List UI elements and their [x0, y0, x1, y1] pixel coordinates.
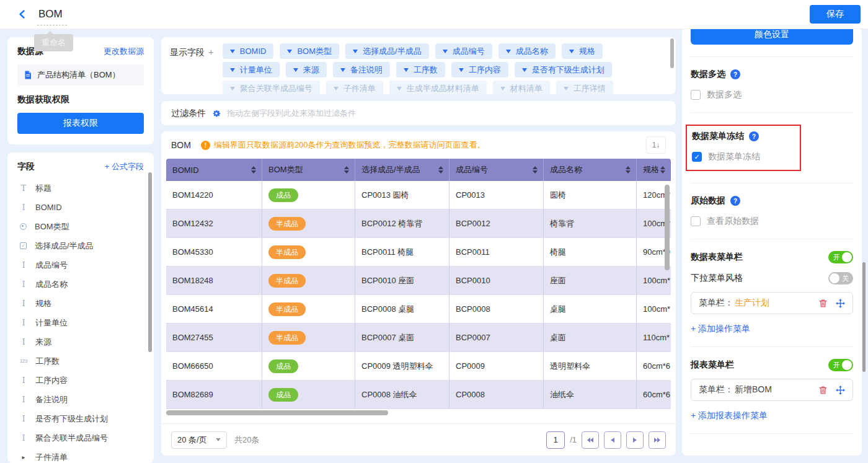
- change-datasource-link[interactable]: 更改数据源: [104, 46, 144, 57]
- move-icon[interactable]: [836, 299, 845, 308]
- table-cell: BOM45614: [166, 295, 262, 324]
- display-field-chip[interactable]: 规格: [562, 43, 603, 59]
- field-item[interactable]: I聚合关联半成品编号: [17, 428, 144, 448]
- menu-item[interactable]: 菜单栏： 生产计划: [691, 292, 853, 314]
- checkbox[interactable]: [691, 216, 701, 226]
- field-item[interactable]: I成品名称: [17, 275, 144, 294]
- delete-icon[interactable]: [818, 299, 828, 308]
- table-row[interactable]: BOM45614半成品BCP0008 桌腿BCP0008桌腿100cm*: [166, 295, 671, 324]
- field-item[interactable]: I计量单位: [17, 313, 144, 332]
- table-vertical-scrollbar[interactable]: [665, 185, 670, 270]
- multiselect-checkbox-row[interactable]: 数据多选: [691, 89, 853, 100]
- sort-carets-icon: [344, 166, 349, 174]
- sort-icon[interactable]: 1↓: [646, 136, 666, 154]
- table-row[interactable]: BOM66650成品CP0009 透明塑料伞CP0009透明塑料伞60cm*6: [166, 352, 671, 381]
- save-button[interactable]: 保存: [810, 5, 861, 24]
- delete-icon[interactable]: [818, 386, 828, 395]
- menu-item[interactable]: 菜单栏： 新增BOM: [691, 379, 853, 401]
- help-icon[interactable]: [730, 69, 740, 79]
- column-header[interactable]: 成品编号: [450, 159, 544, 181]
- chevron-down-icon: [293, 68, 298, 72]
- column-header[interactable]: 成品名称: [544, 159, 637, 181]
- field-label: BOMID: [35, 203, 62, 212]
- display-field-chip[interactable]: 生成半成品材料清单: [389, 81, 487, 94]
- field-item[interactable]: T标题: [17, 179, 144, 198]
- field-item[interactable]: 123工序数: [17, 351, 144, 371]
- help-icon[interactable]: [730, 196, 740, 206]
- display-field-chip[interactable]: 工序数: [396, 62, 445, 77]
- field-item[interactable]: I规格: [17, 294, 144, 313]
- first-page-button[interactable]: [582, 431, 599, 449]
- table-menu-toggle[interactable]: 开: [828, 251, 853, 263]
- page-title[interactable]: BOM: [38, 8, 63, 20]
- raw-data-checkbox-row[interactable]: 查看原始数据: [691, 216, 853, 227]
- column-header[interactable]: 选择成品/半成品: [355, 159, 450, 181]
- add-formula-field-link[interactable]: + 公式字段: [105, 161, 144, 172]
- display-field-chip[interactable]: 材料清单: [493, 81, 550, 94]
- report-permission-button[interactable]: 报表权限: [17, 113, 144, 134]
- display-field-chip[interactable]: BOMID: [223, 43, 274, 59]
- column-header[interactable]: BOMID: [166, 159, 262, 181]
- display-field-chip[interactable]: 聚合关联半成品编号: [223, 81, 320, 94]
- column-header[interactable]: 规格: [637, 159, 671, 181]
- filter-panel[interactable]: 过滤条件 拖动左侧字段到此处来添加过滤条件: [161, 101, 676, 125]
- datasource-item[interactable]: 产品结构清单（BOM）: [17, 64, 144, 86]
- field-item[interactable]: I成品编号: [17, 255, 144, 275]
- add-action-menu-link[interactable]: + 添加操作菜单: [691, 324, 853, 335]
- color-settings-button[interactable]: 颜色设置: [691, 28, 853, 45]
- text-icon: I: [17, 261, 30, 270]
- dropdown-style-toggle[interactable]: 关: [828, 272, 853, 284]
- display-field-chip[interactable]: 子件清单: [326, 81, 383, 94]
- back-button[interactable]: [16, 8, 29, 20]
- display-field-chip[interactable]: 成品编号: [435, 43, 492, 59]
- table-horizontal-scrollbar[interactable]: [166, 410, 388, 415]
- divider: [691, 112, 853, 113]
- display-field-chip[interactable]: 工序详情: [556, 81, 613, 94]
- field-item[interactable]: IBOMID: [17, 198, 144, 217]
- table-row[interactable]: BOM45330半成品BCP0011 椅腿BCP0011椅腿90cm*9: [166, 238, 671, 267]
- display-field-chip[interactable]: 计量单位: [223, 62, 280, 77]
- table-row[interactable]: BOM18248半成品BCP0010 座面BCP0010座面100cm*: [166, 267, 671, 295]
- display-field-chip[interactable]: BOM类型: [280, 43, 339, 59]
- fields-scrollbar[interactable]: [148, 172, 152, 352]
- settings-scrollbar[interactable]: [862, 262, 866, 372]
- display-field-chip[interactable]: 成品名称: [498, 43, 556, 59]
- column-header[interactable]: BOM类型: [262, 159, 355, 181]
- prev-page-button[interactable]: [604, 431, 621, 449]
- help-icon[interactable]: [749, 131, 759, 141]
- display-field-chip[interactable]: 工序内容: [451, 62, 508, 77]
- checkbox[interactable]: [692, 152, 702, 162]
- checkbox[interactable]: [691, 90, 701, 100]
- chips-scrollbar[interactable]: [670, 38, 674, 68]
- field-label: 工序内容: [35, 375, 68, 386]
- next-page-button[interactable]: [626, 431, 644, 449]
- display-field-chip[interactable]: 备注说明: [333, 62, 390, 77]
- field-item[interactable]: I来源: [17, 332, 144, 351]
- report-menu-toggle[interactable]: 开: [828, 359, 853, 371]
- field-item[interactable]: I备注说明: [17, 390, 144, 409]
- table-row[interactable]: BOM27455半成品BCP0007 桌面BCP0007桌面110cm*: [166, 324, 671, 352]
- table-cell: CP0009 透明塑料伞: [355, 352, 450, 381]
- add-field-icon[interactable]: +: [208, 46, 214, 57]
- page-size-select[interactable]: 20 条/页: [171, 431, 227, 449]
- display-field-chip[interactable]: 是否有下级生成计划: [515, 62, 612, 77]
- page-number-input[interactable]: 1: [546, 431, 565, 449]
- table-row[interactable]: BOM12432半成品BCP0012 椅靠背BCP0012椅靠背100cm*: [166, 209, 671, 238]
- freeze-checkbox-row[interactable]: 数据菜单冻结: [692, 151, 795, 162]
- chip-label: 选择成品/半成品: [363, 46, 422, 57]
- field-item[interactable]: BOM类型: [17, 217, 144, 236]
- add-report-action-menu-link[interactable]: + 添加报表操作菜单: [691, 410, 853, 421]
- table-row[interactable]: BOM82689成品CP0008 油纸伞CP0008油纸伞60cm*6: [166, 381, 671, 409]
- field-item[interactable]: ▸子件清单: [17, 448, 144, 463]
- gear-icon[interactable]: [211, 108, 221, 118]
- table-row[interactable]: BOM14220成品CP0013 圆椅CP0013圆椅120cm*: [166, 181, 671, 209]
- move-icon[interactable]: [836, 386, 845, 395]
- display-field-chip[interactable]: 来源: [286, 62, 327, 77]
- field-item[interactable]: I是否有下级生成计划: [17, 409, 144, 428]
- chip-label: BOM类型: [297, 46, 332, 57]
- datasource-name: 产品结构清单（BOM）: [37, 69, 120, 81]
- display-field-chip[interactable]: 选择成品/半成品: [345, 43, 429, 59]
- field-item[interactable]: I工序内容: [17, 371, 144, 390]
- field-item[interactable]: 选择成品/半成品: [17, 236, 144, 255]
- last-page-button[interactable]: [649, 431, 666, 449]
